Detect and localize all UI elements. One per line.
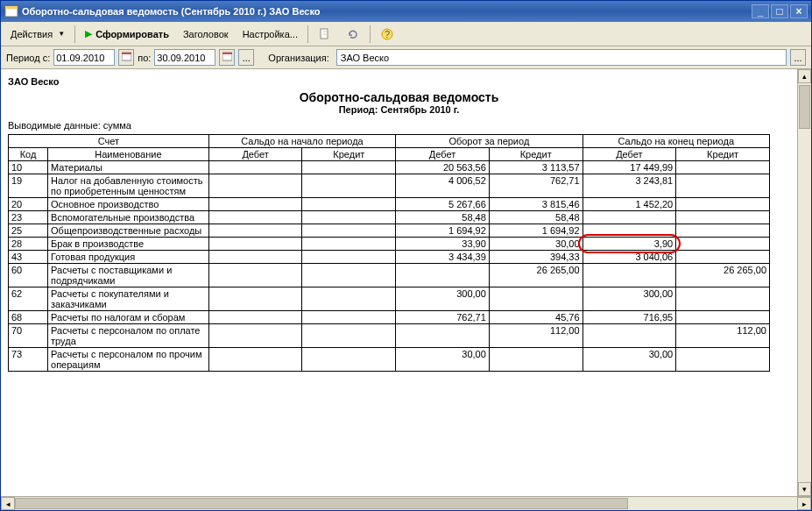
hdr-seK: Кредит — [676, 148, 770, 161]
scroll-thumb[interactable] — [799, 85, 810, 129]
cell-seD: 3 243,81 — [583, 174, 676, 198]
date-to-input[interactable]: 30.09.2010 — [154, 49, 215, 66]
table-row[interactable]: 70Расчеты с персоналом по оплате труда11… — [9, 324, 770, 348]
scroll-left-button[interactable]: ◂ — [1, 497, 15, 510]
scroll-down-button[interactable]: ▾ — [798, 482, 811, 496]
cell-seD: 1 452,20 — [583, 198, 676, 211]
org-label: Организация: — [268, 53, 328, 63]
maximize-button[interactable]: □ — [771, 4, 788, 18]
cell-seK: 26 265,00 — [676, 264, 770, 287]
cell-seK — [676, 238, 770, 251]
cell-code: 70 — [9, 324, 48, 348]
date-from-input[interactable]: 01.09.2010 — [53, 49, 115, 66]
cell-sbK — [302, 238, 396, 251]
cell-seD: 716,95 — [583, 311, 676, 324]
hscroll-thumb[interactable] — [15, 498, 628, 509]
cell-sbK — [302, 264, 396, 287]
table-row[interactable]: 20Основное производство5 267,663 815,461… — [9, 198, 770, 211]
cell-code: 20 — [9, 198, 48, 211]
cell-tK: 58,48 — [489, 211, 583, 224]
table-row[interactable]: 28Брак в производстве33,9030,003,90 — [9, 238, 770, 251]
separator — [74, 25, 75, 43]
table-row[interactable]: 60Расчеты с поставщиками и подрядчиками2… — [9, 264, 770, 287]
svg-text:?: ? — [385, 29, 390, 39]
cell-code: 10 — [9, 161, 48, 174]
svg-rect-1 — [5, 6, 18, 9]
scroll-right-button[interactable]: ▸ — [797, 497, 811, 510]
settings-button[interactable]: Настройка... — [237, 25, 304, 44]
table-row[interactable]: 23Вспомогательные производства58,4858,48 — [9, 211, 770, 224]
cell-tD: 33,90 — [396, 238, 490, 251]
table-row[interactable]: 68Расчеты по налогам и сборам762,7145,76… — [9, 311, 770, 324]
org-select-button[interactable]: ... — [790, 49, 806, 66]
cell-sbK — [302, 311, 396, 324]
cell-sbK — [302, 348, 396, 372]
cell-code: 23 — [9, 211, 48, 224]
app-window: Оборотно-сальдовая ведомость (Сентябрь 2… — [0, 0, 812, 511]
table-row[interactable]: 10Материалы20 563,563 113,5717 449,99 — [9, 161, 770, 174]
actions-label: Действия — [11, 29, 53, 39]
cell-tK — [489, 287, 583, 311]
cell-sbD — [208, 251, 302, 264]
hdr-sbD: Дебет — [208, 148, 302, 161]
cell-seK — [676, 211, 770, 224]
refresh-icon — [346, 27, 360, 41]
help-button[interactable]: ? — [374, 25, 400, 44]
cell-seK — [676, 174, 770, 198]
cell-sbD — [208, 264, 302, 287]
hdr-code: Код — [9, 148, 48, 161]
calendar-from-button[interactable] — [118, 49, 134, 66]
period-select-button[interactable]: ... — [238, 49, 254, 66]
hdr-saldo-begin: Сальдо на начало периода — [208, 135, 395, 148]
minimize-button[interactable]: _ — [752, 4, 769, 18]
cell-name: Расчеты с персоналом по прочим операциям — [48, 348, 209, 372]
cell-tD: 30,00 — [396, 348, 490, 372]
settings-label: Настройка... — [243, 29, 298, 39]
cell-sbD — [208, 211, 302, 224]
calendar-to-button[interactable] — [219, 49, 235, 66]
tool-icon-1[interactable] — [312, 25, 338, 44]
actions-menu[interactable]: Действия ▼ — [4, 25, 71, 44]
table-row[interactable]: 19Налог на добавленную стоимость по прио… — [9, 174, 770, 198]
report-sheet: ЗАО Веско Оборотно-сальдовая ведомость П… — [1, 69, 797, 496]
scroll-up-button[interactable]: ▴ — [798, 69, 811, 83]
cell-seD — [583, 211, 676, 224]
period-from-label: Период с: — [6, 53, 50, 63]
tool-icon-2[interactable] — [340, 25, 366, 44]
window-title: Оборотно-сальдовая ведомость (Сентябрь 2… — [22, 6, 321, 17]
table-row[interactable]: 62Расчеты с покупателями и заказчиками30… — [9, 287, 770, 311]
org-input[interactable]: ЗАО Веско — [336, 49, 787, 66]
horizontal-scrollbar[interactable]: ◂ ▸ — [1, 496, 811, 510]
cell-sbD — [208, 324, 302, 348]
table-row[interactable]: 73Расчеты с персоналом по прочим операци… — [9, 348, 770, 372]
cell-tD: 762,71 — [396, 311, 490, 324]
table-row[interactable]: 43Готовая продукция3 434,39394,333 040,0… — [9, 251, 770, 264]
cell-name: Брак в производстве — [48, 238, 209, 251]
close-button[interactable]: × — [790, 4, 808, 18]
cell-seK — [676, 161, 770, 174]
header-button[interactable]: Заголовок — [177, 25, 235, 44]
title-bar: Оборотно-сальдовая ведомость (Сентябрь 2… — [1, 1, 811, 22]
report-period: Период: Сентябрь 2010 г. — [8, 104, 790, 120]
table-row[interactable]: 25Общепроизводственные расходы1 694,921 … — [9, 224, 770, 238]
calendar-icon — [122, 52, 131, 63]
cell-seD: 30,00 — [583, 348, 676, 372]
header-label: Заголовок — [183, 29, 229, 39]
cell-code: 68 — [9, 311, 48, 324]
cell-code: 43 — [9, 251, 48, 264]
cell-seK: 112,00 — [676, 324, 770, 348]
document-icon — [318, 27, 332, 41]
form-button[interactable]: ▶ Сформировать — [79, 25, 175, 44]
cell-name: Основное производство — [48, 198, 209, 211]
separator — [370, 25, 371, 43]
cell-seK — [676, 287, 770, 311]
app-icon — [4, 4, 18, 18]
separator — [307, 25, 308, 43]
period-to-label: по: — [138, 53, 151, 63]
content-area: ЗАО Веско Оборотно-сальдовая ведомость П… — [1, 69, 811, 496]
cell-tD: 3 434,39 — [396, 251, 490, 264]
cell-tK: 30,00 — [489, 238, 583, 251]
cell-seD: 17 449,99 — [583, 161, 676, 174]
svg-rect-6 — [122, 53, 131, 54]
vertical-scrollbar[interactable]: ▴ ▾ — [797, 69, 811, 496]
